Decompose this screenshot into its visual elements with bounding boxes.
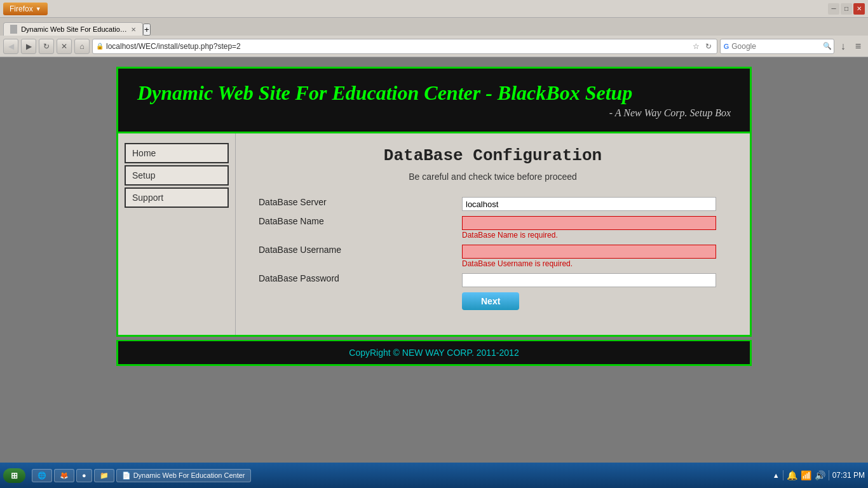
new-tab-button[interactable]: + — [143, 24, 151, 36]
system-clock: 07:31 PM — [832, 471, 865, 480]
database-form: DataBase Server DataBase Name DataBase N… — [255, 194, 731, 313]
firefox-taskbar-icon: 🦊 — [60, 471, 69, 480]
firefox-menu-button[interactable]: Firefox — [3, 3, 48, 15]
back-button[interactable]: ◀ — [3, 39, 18, 54]
settings-button[interactable]: ≡ — [851, 39, 865, 54]
next-button[interactable]: Next — [462, 292, 519, 310]
empty-cell — [255, 290, 458, 313]
taskbar-tab-label: Dynamic Web For Education Center — [133, 471, 245, 479]
db-password-label: DataBase Password — [255, 271, 458, 290]
refresh-addr-button[interactable]: ↻ — [703, 41, 714, 51]
page-title: DataBase Configuration — [255, 146, 731, 165]
minimize-button[interactable]: ─ — [828, 3, 839, 15]
site-header: Dynamic Web Site For Education Center - … — [116, 67, 752, 133]
address-bar-container: 🔒 ☆ ↻ — [92, 39, 717, 54]
forward-button[interactable]: ▶ — [21, 39, 36, 54]
maximize-button[interactable]: □ — [841, 3, 852, 15]
copyright-text: CopyRight © NEW WAY CORP. 2011-2012 — [349, 348, 519, 358]
db-username-input[interactable] — [462, 245, 716, 259]
main-content: DataBase Configuration Be careful and ch… — [236, 133, 750, 335]
close-button[interactable]: ✕ — [853, 3, 865, 15]
page-icon: 📄 — [122, 471, 131, 480]
db-password-cell — [458, 271, 731, 290]
firefox-label: Firefox — [10, 4, 33, 13]
db-server-input[interactable] — [462, 197, 716, 211]
tab-close-button[interactable]: ✕ — [131, 26, 136, 33]
tab-favicon — [10, 25, 17, 34]
site-footer: CopyRight © NEW WAY CORP. 2011-2012 — [116, 340, 752, 366]
db-username-error: DataBase Username is required. — [462, 259, 727, 268]
db-name-label: DataBase Name — [255, 214, 458, 242]
network-icon: 📶 — [801, 470, 811, 480]
nav-support[interactable]: Support — [125, 187, 229, 208]
page-subtitle: Be careful and check twice before procee… — [255, 172, 731, 182]
taskbar-firefox-item[interactable]: 🦊 — [54, 469, 74, 482]
taskbar-chrome-item[interactable]: ● — [76, 469, 92, 482]
table-row: DataBase Username DataBase Username is r… — [255, 242, 731, 271]
site-subtitle: - A New Way Corp. Setup Box — [137, 107, 731, 119]
table-row: DataBase Server — [255, 194, 731, 214]
db-password-input[interactable] — [462, 273, 716, 287]
db-name-error: DataBase Name is required. — [462, 231, 727, 240]
home-button[interactable]: ⌂ — [74, 39, 90, 54]
nav-setup[interactable]: Setup — [125, 165, 229, 186]
ie-icon: 🌐 — [37, 471, 46, 480]
db-username-cell: DataBase Username is required. — [458, 242, 731, 271]
tab-title: Dynamic Web Site For Education Center ..… — [21, 25, 127, 33]
address-security-icon: 🔒 — [96, 43, 104, 50]
search-input[interactable] — [731, 42, 820, 51]
browser-tab[interactable]: Dynamic Web Site For Education Center ..… — [3, 22, 143, 36]
stop-button[interactable]: ✕ — [57, 39, 72, 54]
notification-icon: 🔔 — [787, 470, 797, 480]
taskbar: ⊞ 🌐 🦊 ● 📁 📄 Dynamic Web For Education Ce… — [0, 463, 868, 488]
db-server-label: DataBase Server — [255, 194, 458, 214]
downloads-button[interactable]: ↓ — [837, 39, 850, 54]
volume-icon: 🔊 — [815, 470, 825, 480]
search-button[interactable]: 🔍 — [823, 42, 832, 50]
taskbar-ie-icon[interactable]: 🌐 — [32, 469, 52, 482]
chrome-taskbar-icon: ● — [82, 471, 86, 479]
expand-tray-button[interactable]: ▲ — [773, 471, 780, 479]
search-bar-container: G 🔍 — [720, 39, 834, 54]
start-button[interactable]: ⊞ — [3, 468, 25, 483]
bookmark-star-button[interactable]: ☆ — [691, 41, 702, 51]
submit-cell: Next — [458, 290, 731, 313]
db-username-label: DataBase Username — [255, 242, 458, 271]
sidebar: Home Setup Support — [118, 133, 236, 335]
windows-logo-icon: ⊞ — [11, 471, 18, 480]
taskbar-browser-tab-item[interactable]: 📄 Dynamic Web For Education Center — [116, 469, 251, 482]
db-name-input[interactable] — [462, 216, 716, 230]
address-input[interactable] — [106, 42, 688, 51]
google-logo-icon: G — [724, 43, 729, 50]
taskbar-explorer-item[interactable]: 📁 — [94, 469, 114, 482]
site-title: Dynamic Web Site For Education Center - … — [137, 81, 731, 105]
taskbar-items: 🌐 🦊 ● 📁 📄 Dynamic Web For Education Cent… — [32, 469, 770, 482]
nav-home[interactable]: Home — [125, 143, 229, 163]
table-row: DataBase Password — [255, 271, 731, 290]
table-row: DataBase Name DataBase Name is required. — [255, 214, 731, 242]
db-name-cell: DataBase Name is required. — [458, 214, 731, 242]
explorer-taskbar-icon: 📁 — [100, 471, 109, 480]
table-row: Next — [255, 290, 731, 313]
reload-button[interactable]: ↻ — [39, 39, 54, 54]
db-server-cell — [458, 194, 731, 214]
taskbar-tray: ▲ 🔔 📶 🔊 07:31 PM — [773, 470, 865, 480]
